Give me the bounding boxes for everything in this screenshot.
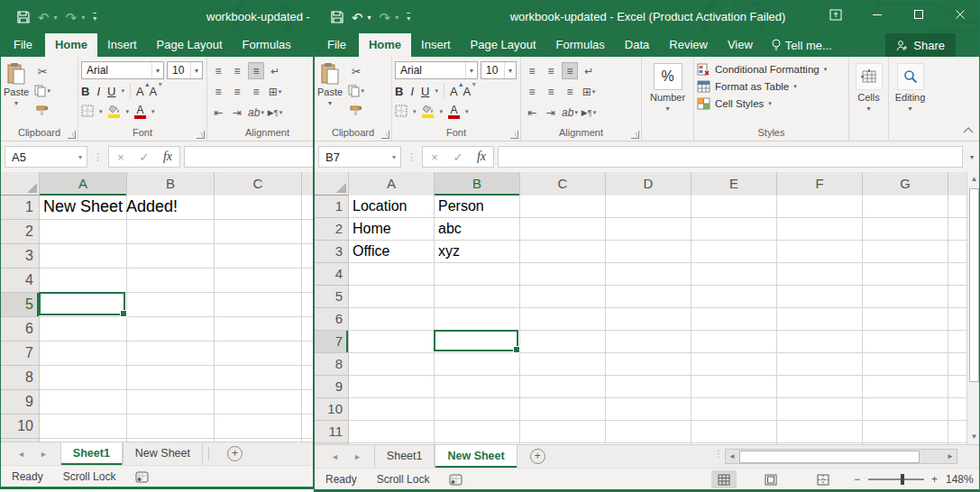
- row-header-6[interactable]: 6: [1, 317, 39, 342]
- cell-C11[interactable]: [520, 421, 606, 443]
- align-bottom-button[interactable]: ≡: [248, 62, 264, 79]
- percent-style-icon[interactable]: %: [654, 63, 682, 90]
- cell-C9[interactable]: [520, 376, 606, 398]
- cell-A11[interactable]: [349, 421, 435, 443]
- font-dialog-launcher-icon[interactable]: \: [197, 131, 205, 139]
- column-header-D[interactable]: D: [606, 172, 691, 196]
- name-box-caret-icon[interactable]: ▾: [388, 153, 400, 161]
- row-header-5[interactable]: 5: [1, 293, 39, 317]
- formula-bar-resizer[interactable]: ⋮: [91, 151, 105, 163]
- row-header-8[interactable]: 8: [1, 366, 39, 390]
- cancel-icon[interactable]: ×: [109, 150, 133, 164]
- cell-F1[interactable]: [777, 196, 863, 218]
- cell-F9[interactable]: [777, 376, 863, 398]
- underline-button[interactable]: U: [107, 85, 115, 98]
- wrap-text-button[interactable]: ↵: [581, 62, 597, 79]
- decrease-indent-button[interactable]: ⇤: [210, 104, 226, 121]
- column-header-C[interactable]: C: [520, 172, 606, 196]
- row-header-1[interactable]: 1: [315, 196, 348, 218]
- zoom-slider-thumb[interactable]: [901, 474, 904, 485]
- tab-home[interactable]: Home: [45, 33, 97, 57]
- align-middle-button[interactable]: ≡: [229, 62, 245, 79]
- cell-B4[interactable]: [435, 263, 520, 286]
- format-as-table-caret-icon[interactable]: ▾: [793, 83, 797, 90]
- cell-F3[interactable]: [777, 241, 863, 263]
- format-as-table-button[interactable]: Format as Table ▾: [697, 80, 846, 93]
- row-header-7[interactable]: 7: [1, 342, 39, 366]
- decrease-font-button[interactable]: A▼: [463, 85, 472, 98]
- cell-F8[interactable]: [777, 353, 863, 376]
- tab-formulas[interactable]: Formulas: [546, 33, 615, 57]
- font-size-caret-icon[interactable]: ▾: [190, 62, 202, 78]
- cell-C7[interactable]: [520, 331, 606, 353]
- cell-C7[interactable]: [215, 342, 302, 366]
- sheetbar-splitter[interactable]: ⋮: [714, 451, 723, 457]
- cell-x6[interactable]: [302, 317, 314, 342]
- clipboard-dialog-launcher-icon[interactable]: \: [68, 131, 76, 139]
- column-header-G[interactable]: G: [863, 172, 948, 196]
- cell-B6[interactable]: [127, 317, 215, 342]
- editing-caret-icon[interactable]: ▾: [908, 105, 911, 113]
- borders-button[interactable]: [395, 105, 408, 120]
- row-header-2[interactable]: 2: [1, 220, 39, 244]
- cell-C10[interactable]: [215, 415, 302, 439]
- cell-F4[interactable]: [777, 263, 863, 286]
- row-header-3[interactable]: 3: [1, 244, 39, 269]
- copy-icon[interactable]: ▾: [346, 83, 366, 99]
- cell-F2[interactable]: [777, 218, 863, 241]
- page-break-view-icon[interactable]: [811, 470, 836, 488]
- prev-sheet-icon[interactable]: ◄: [17, 450, 25, 459]
- cell-D9[interactable]: [606, 376, 691, 398]
- paste-caret-icon[interactable]: ▾: [328, 99, 332, 107]
- cell-E4[interactable]: [691, 263, 777, 286]
- align-top-button[interactable]: ≡: [210, 62, 226, 79]
- cell-C4[interactable]: [520, 263, 606, 286]
- cell-B10[interactable]: [127, 415, 215, 439]
- orientation-button[interactable]: ab▾: [248, 104, 264, 121]
- cell-D4[interactable]: [606, 263, 691, 286]
- fill-color-button[interactable]: [422, 105, 435, 118]
- underline-caret-icon[interactable]: ▾: [121, 87, 124, 95]
- cell-G8[interactable]: [863, 353, 948, 376]
- cell-styles-caret-icon[interactable]: ▾: [768, 100, 772, 107]
- cell-E9[interactable]: [691, 376, 777, 398]
- cell-C8[interactable]: [520, 353, 606, 376]
- horizontal-scroll-thumb[interactable]: [739, 451, 920, 463]
- cell-B1[interactable]: Person: [435, 196, 520, 218]
- cut-icon[interactable]: ✂: [32, 63, 52, 79]
- redo-icon[interactable]: ↷: [66, 11, 78, 24]
- cell-C4[interactable]: [215, 269, 302, 293]
- tab-review[interactable]: Review: [659, 33, 718, 57]
- formula-bar-resizer[interactable]: ⋮: [405, 151, 418, 163]
- cell-G6[interactable]: [863, 308, 948, 331]
- cell-F5[interactable]: [777, 286, 863, 308]
- row-header-2[interactable]: 2: [315, 218, 348, 241]
- tab-view[interactable]: View: [718, 33, 763, 57]
- orientation-button[interactable]: ab▾: [562, 104, 578, 121]
- cell-A2[interactable]: Home: [349, 218, 435, 241]
- tab-formulas[interactable]: Formulas: [233, 33, 301, 57]
- enter-icon[interactable]: ✓: [133, 150, 156, 164]
- tell-me-box[interactable]: Tell me...: [763, 33, 841, 57]
- tab-file[interactable]: File: [315, 33, 359, 57]
- cell-C1[interactable]: [215, 196, 302, 220]
- font-dialog-launcher-icon[interactable]: \: [510, 131, 518, 139]
- macro-record-icon[interactable]: [449, 474, 463, 486]
- cell-B5[interactable]: [127, 293, 215, 317]
- cell-F7[interactable]: [777, 331, 863, 353]
- increase-indent-button[interactable]: ⇥: [229, 104, 245, 121]
- sheet-tab-new-sheet[interactable]: New Sheet: [435, 445, 517, 468]
- font-color-button[interactable]: A: [134, 105, 146, 119]
- tab-data[interactable]: Data: [615, 33, 659, 57]
- conditional-formatting-button[interactable]: Conditional Formatting ▾: [697, 63, 846, 76]
- share-button[interactable]: Share: [885, 33, 956, 57]
- cell-x10[interactable]: [302, 415, 314, 439]
- font-name-select[interactable]: Arial▾: [81, 61, 164, 79]
- font-size-select[interactable]: 10▾: [167, 61, 203, 79]
- font-size-select[interactable]: 10▾: [481, 61, 517, 79]
- text-direction-button[interactable]: ▶¶▾: [267, 104, 283, 121]
- cell-F11[interactable]: [777, 421, 863, 443]
- undo-icon[interactable]: ↶: [38, 11, 50, 24]
- cell-A5[interactable]: [349, 286, 435, 308]
- vertical-scrollbar[interactable]: ▲ ▼: [966, 172, 980, 444]
